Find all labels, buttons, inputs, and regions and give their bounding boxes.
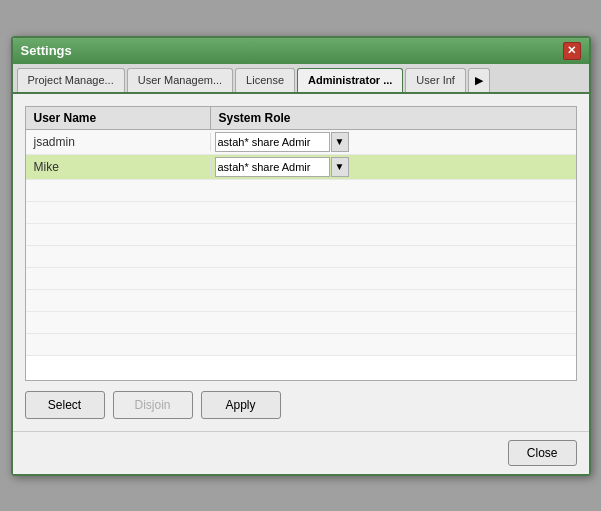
select-button[interactable]: Select bbox=[25, 391, 105, 419]
role-dropdown-button[interactable]: ▼ bbox=[331, 132, 349, 152]
username-cell: jsadmin bbox=[26, 133, 211, 151]
action-buttons: Select Disjoin Apply bbox=[25, 391, 577, 419]
username-cell: Mike bbox=[26, 158, 211, 176]
tab-administrator[interactable]: Administrator ... bbox=[297, 68, 403, 92]
role-cell: ▼ bbox=[211, 130, 576, 154]
tab-project-manager[interactable]: Project Manage... bbox=[17, 68, 125, 92]
close-dialog-button[interactable]: Close bbox=[508, 440, 577, 466]
table-row-empty bbox=[26, 268, 576, 290]
role-dropdown-button[interactable]: ▼ bbox=[331, 157, 349, 177]
table-row-empty bbox=[26, 290, 576, 312]
table-row-empty bbox=[26, 334, 576, 356]
role-input[interactable] bbox=[215, 132, 330, 152]
dialog-title: Settings bbox=[21, 43, 72, 58]
tab-user-info[interactable]: User Inf bbox=[405, 68, 466, 92]
tab-license[interactable]: License bbox=[235, 68, 295, 92]
role-cell: ▼ bbox=[211, 155, 576, 179]
table-row-empty bbox=[26, 180, 576, 202]
table-row-empty bbox=[26, 202, 576, 224]
bottom-bar: Close bbox=[13, 431, 589, 474]
tab-scroll-arrow[interactable]: ▶ bbox=[468, 68, 490, 92]
table-row[interactable]: Mike ▼ bbox=[26, 155, 576, 180]
title-close-button[interactable]: ✕ bbox=[563, 42, 581, 60]
table-body: jsadmin ▼ Mike ▼ bbox=[26, 130, 576, 380]
table-row-empty bbox=[26, 246, 576, 268]
content-area: User Name System Role jsadmin ▼ Mike bbox=[13, 94, 589, 431]
settings-dialog: Settings ✕ Project Manage... User Manage… bbox=[11, 36, 591, 476]
col-role-header: System Role bbox=[211, 107, 576, 129]
title-bar: Settings ✕ bbox=[13, 38, 589, 64]
role-input[interactable] bbox=[215, 157, 330, 177]
table-row-empty bbox=[26, 312, 576, 334]
user-table: User Name System Role jsadmin ▼ Mike bbox=[25, 106, 577, 381]
table-row[interactable]: jsadmin ▼ bbox=[26, 130, 576, 155]
col-username-header: User Name bbox=[26, 107, 211, 129]
apply-button[interactable]: Apply bbox=[201, 391, 281, 419]
tab-bar: Project Manage... User Managem... Licens… bbox=[13, 64, 589, 94]
disjoin-button[interactable]: Disjoin bbox=[113, 391, 193, 419]
table-header: User Name System Role bbox=[26, 107, 576, 130]
tab-user-management[interactable]: User Managem... bbox=[127, 68, 233, 92]
table-row-empty bbox=[26, 224, 576, 246]
